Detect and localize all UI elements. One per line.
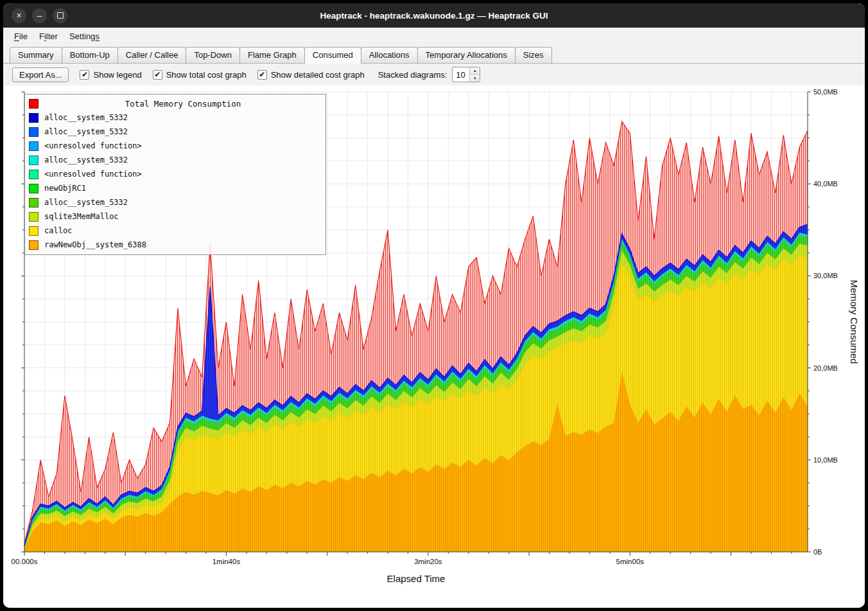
legend-item: rawNewObj__system_6388 — [25, 238, 326, 252]
legend-item: alloc__system_5332 — [25, 195, 326, 209]
tab-consumed[interactable]: Consumed — [304, 47, 361, 64]
legend-item: sqlite3MemMalloc — [25, 209, 326, 224]
legend-swatch — [29, 212, 39, 222]
titlebar[interactable]: × – Heaptrack - heaptrack.wakunode.1.gz … — [3, 3, 865, 28]
toolbar: Export As... Show legend Show total cost… — [3, 64, 865, 85]
spinbox-up-button[interactable]: ▲ — [470, 67, 480, 75]
tab-temporary-allocations[interactable]: Temporary Allocations — [417, 47, 516, 63]
window-title: Heaptrack - heaptrack.wakunode.1.gz — He… — [3, 11, 865, 21]
legend-swatch — [29, 141, 39, 151]
menu-filter[interactable]: Filter — [33, 30, 64, 42]
legend-swatch — [29, 226, 39, 236]
legend-label: <unresolved function> — [44, 141, 142, 150]
legend-label: alloc__system_5332 — [44, 198, 128, 207]
close-button[interactable]: × — [12, 8, 26, 23]
checkbox-icon — [80, 70, 89, 80]
legend-swatch — [29, 240, 39, 250]
legend-items: alloc__system_5332alloc__system_5332<unr… — [25, 111, 326, 252]
tab-top-down[interactable]: Top-Down — [186, 47, 240, 63]
checkbox-label: Show legend — [93, 70, 141, 80]
spinbox-value: 10 — [453, 67, 469, 82]
show-total-cost-graph-checkbox[interactable]: Show total cost graph — [153, 70, 247, 80]
legend-item: alloc__system_5332 — [25, 111, 326, 125]
application-window: × – Heaptrack - heaptrack.wakunode.1.gz … — [3, 3, 865, 608]
menu-settings[interactable]: Settings — [64, 30, 105, 42]
y-axis-tick-label: 10,0MB — [813, 456, 838, 464]
minimize-button[interactable]: – — [32, 8, 47, 23]
legend-swatch — [29, 198, 39, 208]
y-axis-title: Memory Consumed — [849, 280, 860, 364]
show-legend-checkbox[interactable]: Show legend — [80, 70, 141, 80]
stacked-diagrams-spinbox[interactable]: 10 ▲ ▼ — [452, 67, 480, 82]
x-axis-tick-label: 1min40s — [213, 558, 241, 565]
y-axis-tick-label: 30,0MB — [813, 272, 838, 279]
menu-file[interactable]: File — [8, 30, 33, 42]
legend-item: <unresolved function> — [25, 167, 326, 181]
tab-summary[interactable]: Summary — [10, 47, 62, 63]
legend-label: alloc__system_5332 — [44, 155, 128, 164]
legend-label: rawNewObj__system_6388 — [44, 240, 146, 249]
tab-allocations[interactable]: Allocations — [361, 47, 418, 63]
legend-label: <unresolved function> — [44, 170, 142, 179]
window-controls: × – — [12, 8, 67, 23]
spinbox-down-button[interactable]: ▼ — [470, 75, 480, 82]
menu-label-part: Setting — [69, 31, 95, 41]
legend-item: calloc — [25, 224, 326, 238]
legend-label: sqlite3MemMalloc — [44, 212, 119, 221]
legend-title-swatch — [29, 99, 39, 109]
legend-swatch — [29, 155, 39, 165]
legend-item: <unresolved function> — [25, 139, 326, 153]
chart-panel: 0B10,0MB20,0MB30,0MB40,0MB50,0MB00.000s1… — [3, 85, 865, 608]
tab-caller-callee[interactable]: Caller / Callee — [117, 47, 187, 63]
y-axis-tick-label: 20,0MB — [813, 364, 838, 372]
menu-mnemonic: F — [14, 31, 19, 41]
menu-label-part: lter — [46, 31, 58, 41]
x-axis-tick-label: 3min20s — [414, 558, 442, 565]
checkbox-icon — [153, 70, 162, 80]
legend-item: alloc__system_5332 — [25, 153, 326, 167]
menu-label-part: F — [39, 31, 44, 41]
checkbox-label: Show detailed cost graph — [271, 70, 365, 80]
show-detailed-cost-graph-checkbox[interactable]: Show detailed cost graph — [257, 70, 365, 80]
menu-mnemonic: s — [95, 31, 100, 41]
legend-title-label: Total Memory Consumption — [44, 99, 322, 109]
y-axis-tick-label: 50,0MB — [813, 88, 838, 96]
legend-label: alloc__system_5332 — [44, 113, 128, 122]
tab-bottom-up[interactable]: Bottom-Up — [62, 47, 118, 63]
export-as-button[interactable]: Export As... — [12, 67, 69, 82]
stacked-diagrams-label: Stacked diagrams: — [378, 70, 447, 80]
tab-flame-graph[interactable]: Flame Graph — [239, 47, 305, 63]
y-axis-tick-label: 0B — [813, 548, 822, 556]
checkbox-icon — [257, 70, 267, 80]
legend-label: calloc — [44, 226, 72, 235]
legend-swatch — [29, 184, 39, 193]
maximize-icon — [57, 12, 64, 19]
legend-label: newObjRC1 — [44, 184, 86, 193]
y-axis-tick-label: 40,0MB — [813, 180, 838, 188]
legend-swatch — [29, 113, 39, 123]
legend-item: newObjRC1 — [25, 181, 326, 195]
chart-legend: Total Memory Consumption alloc__system_5… — [24, 94, 326, 255]
tab-bar: Summary Bottom-Up Caller / Callee Top-Do… — [3, 44, 865, 64]
maximize-button[interactable] — [53, 8, 67, 23]
menu-label-part: ile — [19, 31, 28, 41]
spinbox-buttons: ▲ ▼ — [469, 67, 480, 82]
x-axis-title: Elapsed Time — [387, 573, 446, 584]
legend-swatch — [29, 127, 39, 137]
menubar: File Filter Settings — [3, 28, 865, 44]
legend-item: alloc__system_5332 — [25, 125, 326, 139]
legend-label: alloc__system_5332 — [44, 127, 128, 136]
x-axis-tick-label: 00.000s — [12, 558, 38, 565]
tab-sizes[interactable]: Sizes — [515, 47, 552, 63]
x-axis-tick-label: 5min00s — [616, 558, 645, 565]
legend-title: Total Memory Consumption — [25, 96, 326, 111]
close-icon: × — [16, 11, 21, 20]
minimize-icon: – — [37, 11, 42, 20]
legend-swatch — [29, 170, 39, 179]
checkbox-label: Show total cost graph — [166, 70, 247, 80]
